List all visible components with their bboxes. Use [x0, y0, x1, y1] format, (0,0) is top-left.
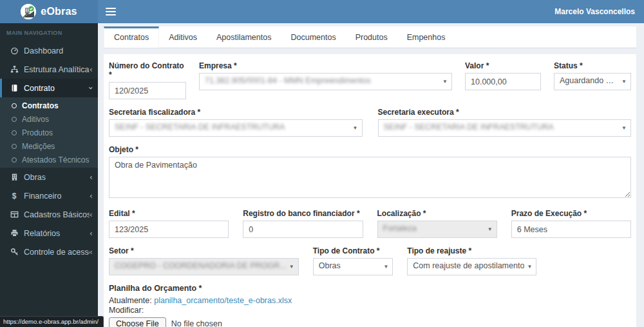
setor-label: Setor *	[109, 246, 299, 255]
prazo-execucao-label: Prazo de Execução *	[511, 209, 631, 218]
sidebar-subitem-contratos[interactable]: Contratos	[0, 99, 98, 112]
user-menu[interactable]: Marcelo Vasconcellos	[554, 7, 635, 16]
planilha-label: Planilha do Orçamento *	[109, 284, 631, 293]
chevron-left-icon: ‹	[90, 173, 93, 181]
tab-apostilamentos[interactable]: Apostilamentos	[207, 26, 281, 47]
chevron-left-icon: ‹	[90, 248, 93, 256]
numero-contrato-input[interactable]	[109, 82, 186, 99]
tipo-reajuste-select[interactable]: Com reajuste de apostilamento ▼	[407, 258, 536, 275]
caret-down-icon: ▼	[621, 79, 627, 84]
sidebar-item-label: Relatórios	[24, 229, 90, 238]
tab-empenhos[interactable]: Empenhos	[397, 26, 455, 47]
sidebar-item-label: Cadastros Básicos	[24, 210, 90, 219]
setor-select[interactable]: COGEPRO - COORDENADORIA DE PROGR... ▼	[109, 258, 299, 275]
sidebar-subitem-label: Medições	[22, 142, 55, 151]
dashboard-icon	[10, 46, 19, 55]
eobras-logo-icon	[21, 4, 36, 19]
registro-banco-label: Registro do banco financiador *	[243, 209, 363, 218]
printer-icon	[10, 229, 19, 238]
sitemap-icon	[10, 65, 19, 74]
valor-input[interactable]	[465, 73, 541, 90]
edital-input[interactable]	[109, 221, 229, 238]
planilha-file-link[interactable]: planilha_orcamento/teste_e-obras.xlsx	[154, 296, 292, 305]
registro-banco-input[interactable]	[243, 221, 363, 238]
navbar: Marcelo Vasconcellos	[98, 0, 644, 23]
contrato-submenu: Contratos Aditivos Produtos Medições Ate…	[0, 97, 98, 168]
caret-down-icon: ▼	[621, 125, 627, 131]
form-row-4: Edital * Registro do banco financiador *…	[109, 209, 631, 238]
caret-down-icon: ▼	[353, 125, 358, 131]
status-label: Status *	[554, 61, 631, 70]
sidebar-subitem-label: Produtos	[22, 128, 53, 137]
empresa-label: Empresa *	[199, 61, 452, 70]
status-select[interactable]: Aguardando Ordem d... ▼	[554, 73, 631, 90]
form-row-2: Secretaria fiscalizadora * SEINF - SECRE…	[109, 108, 631, 137]
secretaria-fiscalizadora-select[interactable]: SEINF - SECRETARIA DE INFRAESTRUTURA ▼	[109, 119, 363, 137]
building-icon	[10, 173, 19, 182]
secretaria-fiscalizadora-label: Secretaria fiscalizadora *	[109, 108, 363, 117]
table-icon	[10, 210, 19, 219]
main-content: Contratos Home › Core › Contratos › 120/…	[98, 0, 644, 327]
tipo-contrato-label: Tipo de Contrato *	[313, 246, 393, 255]
sidebar-item-label: Contrato	[24, 84, 90, 93]
sidebar-item-dashboard[interactable]: Dashboard	[0, 41, 98, 60]
atualmente-label: Atualmente:	[109, 296, 152, 305]
caret-down-icon: ▼	[488, 226, 493, 232]
choose-file-button[interactable]: Choose File	[109, 317, 166, 327]
secretaria-executora-select[interactable]: SEINF - SECRETARIA DE INFRAESTRUTURA ▼	[378, 119, 632, 137]
localizacao-select[interactable]: Fortaleza ▼	[377, 221, 497, 238]
tab-aditivos[interactable]: Aditivos	[159, 26, 207, 47]
sidebar-subitem-label: Aditivos	[22, 115, 49, 124]
empresa-select[interactable]: 71.382.905/0001-84 - MMN Empreendimentos…	[199, 73, 452, 90]
form-row-objeto: Objeto * Obra de Pavimentação	[109, 145, 631, 201]
spacer	[551, 246, 631, 275]
chevron-left-icon: ‹	[90, 210, 93, 219]
no-file-chosen-text: No file chosen	[171, 319, 222, 327]
sidebar-subitem-medicoes[interactable]: Medições	[0, 139, 98, 153]
chevron-left-icon: ‹	[90, 65, 93, 74]
tab-contratos[interactable]: Contratos	[104, 26, 159, 48]
tipo-reajuste-label: Tipo de reajuste *	[407, 246, 536, 255]
sidebar-subitem-atestados-tecnicos[interactable]: Atestados Técnicos	[0, 153, 98, 166]
sidebar-subitem-aditivos[interactable]: Aditivos	[0, 112, 98, 126]
circle-icon	[12, 103, 17, 108]
caret-down-icon: ▼	[527, 264, 532, 270]
objeto-textarea[interactable]: Obra de Pavimentação	[109, 157, 631, 198]
tab-produtos[interactable]: Produtos	[346, 26, 397, 47]
tab-bar: Contratos Aditivos Apostilamentos Docume…	[104, 26, 636, 48]
sidebar-item-estrutura-analitica[interactable]: Estrutura Analítica ‹	[0, 60, 98, 79]
contract-form: Número do Contrato * Empresa * 71.382.90…	[104, 54, 636, 327]
sidebar-item-label: Estrutura Analítica	[24, 65, 90, 74]
tab-documentos[interactable]: Documentos	[281, 26, 345, 47]
chevron-left-icon: ‹	[90, 192, 93, 200]
sidebar-item-relatorios[interactable]: Relatórios ‹	[0, 224, 98, 243]
sidebar-item-contrato[interactable]: Contrato ›	[0, 79, 98, 97]
prazo-execucao-input[interactable]	[511, 221, 631, 238]
book-icon	[10, 84, 19, 93]
edital-label: Edital *	[109, 209, 229, 218]
planilha-section: Planilha do Orçamento * Atualmente: plan…	[109, 284, 631, 327]
circle-icon	[12, 144, 17, 149]
sidebar-item-obras[interactable]: Obras ‹	[0, 168, 98, 186]
sidebar-item-label: Obras	[24, 173, 90, 182]
app-logo[interactable]: eObras	[0, 0, 98, 23]
valor-label: Valor *	[465, 61, 541, 70]
sidebar-subitem-label: Contratos	[22, 101, 59, 110]
circle-icon	[12, 130, 17, 135]
key-icon	[10, 248, 19, 257]
sidebar-item-controle-de-acesso[interactable]: Controle de acesso ‹	[0, 243, 98, 261]
caret-down-icon: ▼	[383, 264, 388, 270]
sidebar-item-cadastros-basicos[interactable]: Cadastros Básicos ‹	[0, 205, 98, 224]
brand-name: eObras	[41, 6, 77, 17]
circle-icon	[12, 117, 17, 122]
sidebar-subitem-produtos[interactable]: Produtos	[0, 126, 98, 139]
tipo-contrato-select[interactable]: Obras ▼	[313, 258, 393, 275]
sidebar-toggle-icon[interactable]	[106, 6, 116, 17]
chevron-left-icon: ‹	[90, 229, 93, 237]
sidebar-item-financeiro[interactable]: $ Financeiro ‹	[0, 186, 98, 205]
sidebar-section-label: MAIN NAVIGATION	[0, 23, 98, 41]
secretaria-executora-label: Secretaria executora *	[378, 108, 632, 117]
circle-icon	[12, 157, 17, 163]
caret-down-icon: ▼	[442, 79, 448, 84]
objeto-label: Objeto *	[109, 145, 631, 154]
